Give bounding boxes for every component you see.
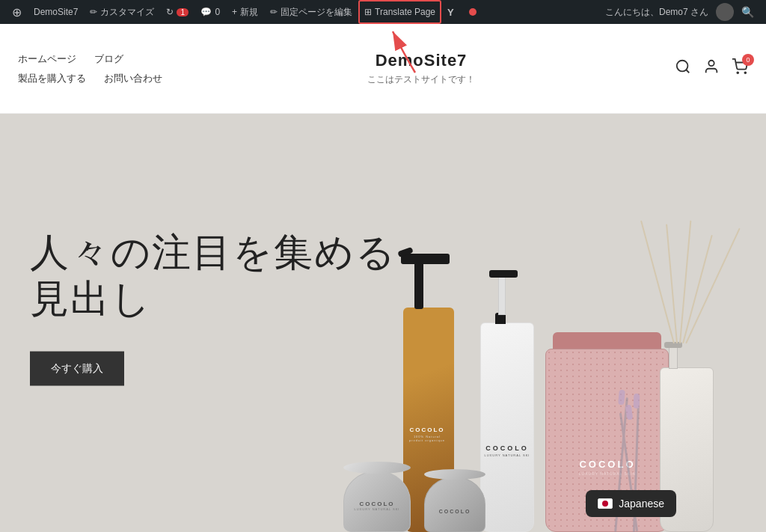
- hero-heading: 人々の注目を集める 見出し: [30, 228, 396, 322]
- product-reed-diffuser: [646, 210, 729, 532]
- site-name-item[interactable]: DemoSite7: [28, 0, 84, 24]
- site-branding: DemoSite7 ここはテストサイトです！: [168, 51, 675, 86]
- updates-count: 1: [177, 8, 189, 16]
- red-status-dot[interactable]: [460, 0, 482, 24]
- edit-page-label: 固定ページを編集: [281, 6, 352, 19]
- nav-row-2: 製品を購入する お問い合わせ: [18, 72, 168, 85]
- site-name-label: DemoSite7: [34, 7, 78, 17]
- comments-item[interactable]: 💬 0: [194, 0, 226, 24]
- updates-icon: ↻: [166, 7, 174, 17]
- wp-logo-icon: ⊕: [12, 5, 22, 19]
- customize-item[interactable]: ✏ カスタマイズ: [84, 0, 160, 24]
- translate-label: Translate Page: [375, 7, 435, 17]
- nav-contact[interactable]: お問い合わせ: [104, 72, 162, 85]
- svg-point-3: [708, 61, 714, 66]
- yoast-item[interactable]: Y: [441, 0, 460, 24]
- hero-heading-line1: 人々の注目を集める: [30, 230, 396, 273]
- user-button[interactable]: [703, 58, 720, 79]
- admin-bar: ⊕ DemoSite7 ✏ カスタマイズ ↻ 1 💬 0 + 新規 ✏ 固定ペー…: [0, 0, 766, 24]
- product-silver-jar-2: COCOLO: [422, 461, 489, 532]
- comments-icon: 💬: [200, 7, 212, 17]
- site-tagline: ここはテストサイトです！: [168, 73, 675, 86]
- edit-page-item[interactable]: ✏ 固定ページを編集: [264, 0, 358, 24]
- greeting-text: こんにちは、Demo7 さん: [605, 6, 708, 19]
- cart-count-badge: 0: [742, 54, 754, 66]
- main-navigation: ホームページ ブログ 製品を購入する お問い合わせ: [18, 52, 168, 85]
- svg-line-2: [686, 70, 689, 73]
- translate-icon: ⊞: [364, 7, 372, 17]
- admin-bar-right: こんにちは、Demo7 さん 🔍: [599, 3, 760, 21]
- new-item[interactable]: + 新規: [226, 0, 264, 24]
- hero-cta-button[interactable]: 今すぐ購入: [30, 352, 124, 386]
- language-badge[interactable]: Japanese: [586, 490, 676, 517]
- translate-page-item[interactable]: ⊞ Translate Page: [358, 0, 441, 24]
- nav-row-1: ホームページ ブログ: [18, 52, 168, 66]
- wp-logo-item[interactable]: ⊕: [6, 0, 28, 24]
- header-icons: 0: [675, 58, 748, 79]
- cart-button[interactable]: 0: [732, 58, 748, 79]
- updates-item[interactable]: ↻ 1: [160, 0, 194, 24]
- customize-label: カスタマイズ: [100, 6, 154, 19]
- flag-japanese: [598, 498, 613, 509]
- edit-page-icon: ✏: [270, 7, 278, 17]
- avatar: [716, 3, 734, 21]
- new-icon: +: [232, 7, 237, 17]
- search-button[interactable]: [675, 58, 691, 79]
- svg-point-1: [677, 61, 688, 72]
- status-dot-icon: [469, 8, 477, 16]
- nav-blog[interactable]: ブログ: [94, 52, 123, 66]
- language-name: Japanese: [619, 498, 664, 510]
- hero-content: 人々の注目を集める 見出し 今すぐ購入: [30, 228, 396, 386]
- new-label: 新規: [240, 6, 258, 19]
- nav-homepage[interactable]: ホームページ: [18, 52, 76, 66]
- yoast-icon: Y: [447, 7, 454, 18]
- hero-heading-line2: 見出し: [30, 276, 152, 319]
- comments-count: 0: [215, 7, 220, 17]
- svg-point-4: [737, 72, 738, 73]
- product-silver-jar: COCOLO LUXURY NATURAL SKI: [340, 453, 414, 532]
- site-header: ホームページ ブログ 製品を購入する お問い合わせ DemoSite7 ここはテ…: [0, 24, 766, 114]
- search-icon[interactable]: 🔍: [741, 6, 754, 18]
- nav-shop[interactable]: 製品を購入する: [18, 72, 86, 85]
- site-title: DemoSite7: [168, 51, 675, 70]
- svg-point-5: [744, 72, 746, 73]
- customize-icon: ✏: [90, 7, 97, 17]
- hero-section: 人々の注目を集める 見出し 今すぐ購入 COCOLO 100% Natural …: [0, 114, 766, 532]
